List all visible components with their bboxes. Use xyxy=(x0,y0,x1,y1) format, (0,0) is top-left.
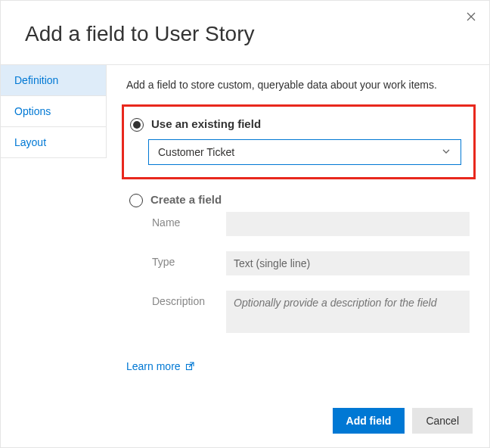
type-label: Type xyxy=(152,251,217,268)
external-link-icon xyxy=(185,362,194,371)
use-existing-label: Use an existing field xyxy=(151,117,261,130)
close-icon[interactable] xyxy=(464,8,479,26)
chevron-down-icon xyxy=(441,146,451,159)
sidebar-item-definition[interactable]: Definition xyxy=(1,65,106,96)
radio-create-field[interactable] xyxy=(129,194,143,207)
create-field-form: Name Type Description xyxy=(152,212,470,333)
cancel-button[interactable]: Cancel xyxy=(412,408,473,434)
sidebar-item-options[interactable]: Options xyxy=(1,96,106,127)
x-icon xyxy=(467,12,476,21)
main-panel: Add a field to store custom, queryable d… xyxy=(107,65,489,372)
description-label: Description xyxy=(152,291,217,307)
name-label: Name xyxy=(152,212,217,229)
intro-text: Add a field to store custom, queryable d… xyxy=(126,79,470,91)
existing-field-select[interactable]: Customer Ticket xyxy=(148,139,461,165)
description-input[interactable] xyxy=(226,291,470,333)
highlight-existing-field: Use an existing field Customer Ticket xyxy=(122,104,476,179)
sidebar-item-layout[interactable]: Layout xyxy=(1,127,106,158)
existing-field-value: Customer Ticket xyxy=(158,146,234,158)
dialog-title: Add a field to User Story xyxy=(1,1,489,64)
dialog: Add a field to User Story Definition Opt… xyxy=(0,0,490,448)
learn-more-link[interactable]: Learn more xyxy=(126,360,194,372)
sidebar-item-label: Layout xyxy=(14,136,46,148)
sidebar-item-label: Definition xyxy=(14,74,58,86)
name-input[interactable] xyxy=(226,212,470,236)
sidebar-item-label: Options xyxy=(14,105,51,117)
add-field-button[interactable]: Add field xyxy=(333,408,405,434)
create-field-label: Create a field xyxy=(150,193,222,206)
radio-use-existing[interactable] xyxy=(130,118,144,132)
type-select[interactable] xyxy=(226,251,470,275)
sidebar: Definition Options Layout xyxy=(1,65,107,158)
dialog-footer: Add field Cancel xyxy=(333,408,473,434)
learn-more-label: Learn more xyxy=(126,360,181,372)
